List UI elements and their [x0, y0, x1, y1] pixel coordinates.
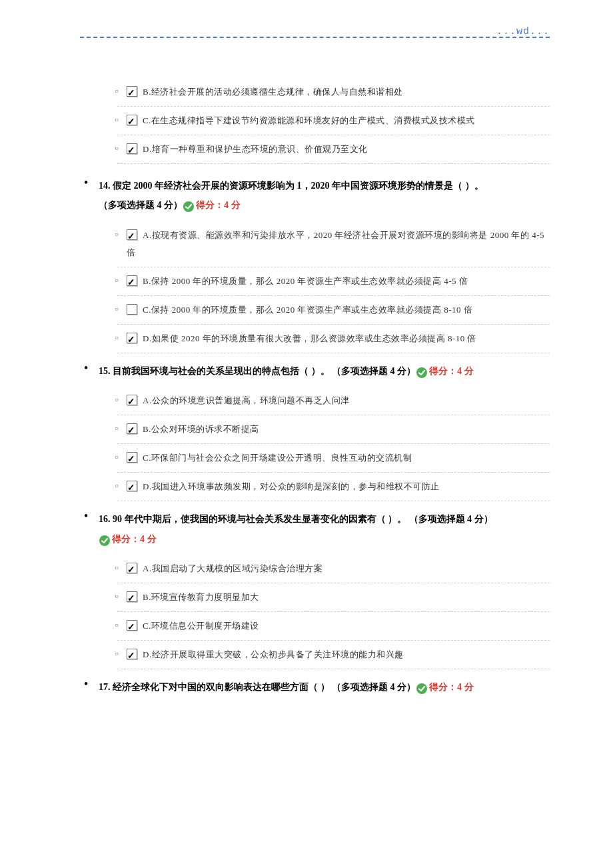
checkbox-icon[interactable]	[127, 563, 137, 573]
option-item: A.我国启动了大规模的区域污染综合治理方案	[117, 555, 550, 583]
check-icon	[416, 678, 428, 697]
option-text: B.保持 2000 年的环境质量，那么 2020 年资源生产率或生态效率就必须提…	[143, 276, 468, 286]
checkbox-icon[interactable]	[127, 423, 137, 434]
question-text: 16. 90 年代中期后，使我国的环境与社会关系发生显著变化的因素有（ ）。 （…	[99, 509, 550, 549]
checkbox-icon[interactable]	[127, 275, 137, 286]
score-text: 得分：4 分	[196, 200, 241, 210]
option-text: A.公众的环境意识普遍提高，环境问题不再乏人问津	[143, 395, 350, 405]
header-divider: ...wd...	[80, 37, 550, 38]
checkbox-icon[interactable]	[127, 649, 137, 659]
option-item: B.保持 2000 年的环境质量，那么 2020 年资源生产率或生态效率就必须提…	[117, 267, 550, 296]
score-text: 得分：4 分	[429, 682, 474, 692]
option-text: D.经济开展取得重大突破，公众初步具备了关注环境的能力和兴趣	[143, 649, 404, 659]
svg-point-0	[183, 201, 194, 212]
check-icon	[416, 362, 428, 381]
checkbox-icon[interactable]	[127, 452, 137, 463]
svg-point-1	[416, 367, 427, 378]
option-item: D.我国进入环境事故频发期，对公众的影响是深刻的，参与和维权不可防止	[117, 473, 550, 501]
svg-point-3	[416, 683, 427, 694]
svg-point-2	[99, 535, 110, 546]
checkbox-icon[interactable]	[127, 304, 137, 315]
option-item: D.经济开展取得重大突破，公众初步具备了关注环境的能力和兴趣	[117, 641, 550, 669]
question-list-main: 14. 假定 2000 年经济社会开展的资源环境影响为 1，2020 年中国资源…	[80, 176, 550, 698]
option-text: A.按现有资源、能源效率和污染排放水平，2020 年经济社会开展对资源环境的影响…	[127, 230, 544, 257]
question-text: 14. 假定 2000 年经济社会开展的资源环境影响为 1，2020 年中国资源…	[99, 176, 550, 216]
option-item: C.环境信息公开制度开场建设	[117, 612, 550, 641]
question-15: 15. 目前我国环境与社会的关系呈现出的特点包括（ ）。 （多项选择题 4 分）…	[80, 361, 550, 501]
option-list: A.按现有资源、能源效率和污染排放水平，2020 年经济社会开展对资源环境的影响…	[99, 221, 550, 353]
header-watermark: ...wd...	[496, 26, 550, 37]
option-item: D.如果使 2020 年的环境质量有很大改善，那么资源效率或生态效率必须提高 8…	[117, 325, 550, 353]
option-text: D.如果使 2020 年的环境质量有很大改善，那么资源效率或生态效率必须提高 8…	[143, 333, 476, 343]
checkbox-icon[interactable]	[127, 143, 137, 154]
question-text: 15. 目前我国环境与社会的关系呈现出的特点包括（ ）。 （多项选择题 4 分）…	[99, 361, 550, 381]
option-text: C.在生态规律指导下建设节约资源能源和环境友好的生产模式、消费模式及技术模式	[143, 115, 475, 125]
option-text: C.环境信息公开制度开场建设	[143, 621, 259, 631]
checkbox-icon[interactable]	[127, 333, 137, 343]
option-item: C.环保部门与社会公众之间开场建设公开透明、良性互动的交流机制	[117, 444, 550, 473]
check-icon	[99, 530, 111, 549]
question-fragment: B.经济社会开展的活动必须遵循生态规律，确保人与自然和谐相处C.在生态规律指导下…	[80, 78, 550, 164]
option-item: A.公众的环境意识普遍提高，环境问题不再乏人问津	[117, 387, 550, 415]
question-17: 17. 经济全球化下对中国的双向影响表达在哪些方面（ ） （多项选择题 4 分）…	[80, 677, 550, 697]
option-list: B.经济社会开展的活动必须遵循生态规律，确保人与自然和谐相处C.在生态规律指导下…	[99, 78, 550, 164]
option-text: A.我国启动了大规模的区域污染综合治理方案	[143, 563, 322, 573]
option-item: C.在生态规律指导下建设节约资源能源和环境友好的生产模式、消费模式及技术模式	[117, 107, 550, 135]
option-item: C.保持 2000 年的环境质量，那么 2020 年资源生产率或生态效率就必须提…	[117, 296, 550, 325]
checkbox-icon[interactable]	[127, 591, 137, 602]
option-text: B.环境宣传教育力度明显加大	[143, 592, 259, 602]
option-item: D.培育一种尊重和保护生态环境的意识、价值观乃至文化	[117, 135, 550, 164]
question-list: B.经济社会开展的活动必须遵循生态规律，确保人与自然和谐相处C.在生态规律指导下…	[80, 78, 550, 164]
checkbox-icon[interactable]	[127, 229, 137, 240]
option-text: D.培育一种尊重和保护生态环境的意识、价值观乃至文化	[143, 144, 368, 154]
question-16: 16. 90 年代中期后，使我国的环境与社会关系发生显著变化的因素有（ ）。 （…	[80, 509, 550, 669]
option-text: C.保持 2000 年的环境质量，那么 2020 年资源生产率或生态效率就必须提…	[143, 305, 472, 315]
check-icon	[183, 196, 195, 215]
option-item: B.公众对环境的诉求不断提高	[117, 415, 550, 444]
option-list: A.公众的环境意识普遍提高，环境问题不再乏人问津B.公众对环境的诉求不断提高C.…	[99, 387, 550, 501]
checkbox-icon[interactable]	[127, 395, 137, 405]
checkbox-icon[interactable]	[127, 115, 137, 125]
checkbox-icon[interactable]	[127, 86, 137, 97]
option-text: B.公众对环境的诉求不断提高	[143, 424, 259, 434]
question-text: 17. 经济全球化下对中国的双向影响表达在哪些方面（ ） （多项选择题 4 分）…	[99, 677, 550, 697]
option-item: A.按现有资源、能源效率和污染排放水平，2020 年经济社会开展对资源环境的影响…	[117, 221, 550, 267]
score-text: 得分：4 分	[429, 366, 474, 376]
question-14: 14. 假定 2000 年经济社会开展的资源环境影响为 1，2020 年中国资源…	[80, 176, 550, 353]
option-item: B.经济社会开展的活动必须遵循生态规律，确保人与自然和谐相处	[117, 78, 550, 107]
checkbox-icon[interactable]	[127, 620, 137, 631]
option-text: D.我国进入环境事故频发期，对公众的影响是深刻的，参与和维权不可防止	[143, 481, 440, 491]
option-item: B.环境宣传教育力度明显加大	[117, 583, 550, 612]
option-text: C.环保部门与社会公众之间开场建设公开透明、良性互动的交流机制	[143, 453, 412, 463]
option-list: A.我国启动了大规模的区域污染综合治理方案B.环境宣传教育力度明显加大C.环境信…	[99, 555, 550, 669]
score-text: 得分：4 分	[112, 534, 157, 544]
option-text: B.经济社会开展的活动必须遵循生态规律，确保人与自然和谐相处	[143, 87, 403, 97]
checkbox-icon[interactable]	[127, 481, 137, 491]
